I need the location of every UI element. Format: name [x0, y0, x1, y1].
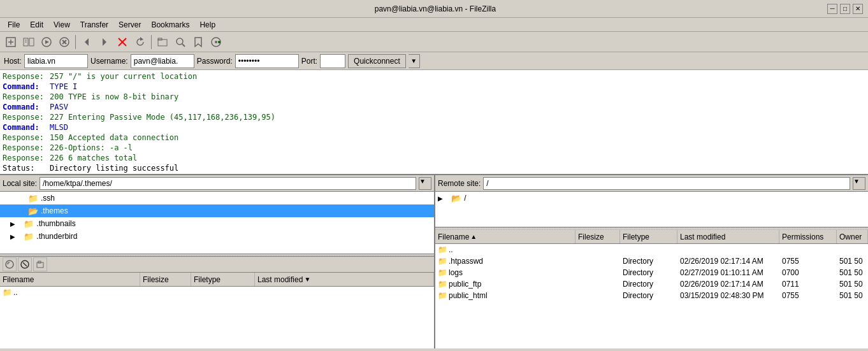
- toolbar-cancel[interactable]: [114, 34, 131, 50]
- tree-expand-arrow[interactable]: ▶: [10, 233, 19, 240]
- log-text: 200 TYPE is now 8-bit binary: [50, 92, 178, 102]
- svg-rect-4: [29, 38, 34, 46]
- password-input[interactable]: [235, 54, 299, 68]
- remote-table-header: Filename ▲ Filesize Filetype Last modifi…: [435, 230, 868, 244]
- toolbar-refresh[interactable]: [132, 34, 148, 50]
- menu-file[interactable]: File: [3, 19, 25, 31]
- quickconnect-dropdown[interactable]: ▼: [409, 54, 420, 68]
- local-file-tree[interactable]: 📁 .ssh 📂 .themes ▶ 📁 .thumbnails ▶ 📁 .th…: [0, 192, 434, 254]
- remote-col-filesize[interactable]: Filesize: [575, 230, 620, 243]
- folder-icon: 📁: [24, 219, 34, 229]
- menu-edit[interactable]: Edit: [25, 19, 48, 31]
- host-input[interactable]: [24, 54, 88, 68]
- file-row[interactable]: 📁 ..: [0, 287, 434, 298]
- svg-line-20: [182, 44, 185, 47]
- remote-row[interactable]: 📁 public_ftp Directory 02/26/2019 02:17:…: [435, 278, 868, 290]
- remote-row[interactable]: 📁 logs Directory 02/27/2019 01:10:11 AM …: [435, 267, 868, 278]
- menu-transfer[interactable]: Transfer: [75, 19, 113, 31]
- remote-col-owner[interactable]: Owner: [837, 230, 868, 243]
- permissions: 0711: [779, 280, 837, 289]
- remote-col-lastmodified[interactable]: Last modified: [677, 230, 779, 243]
- remote-row[interactable]: 📁 public_html Directory 03/15/2019 02:48…: [435, 290, 868, 301]
- remote-file-tree[interactable]: ▶ 📂 /: [435, 192, 868, 227]
- menu-server[interactable]: Server: [113, 19, 146, 31]
- tree-item-root[interactable]: ▶ 📂 /: [435, 192, 868, 204]
- toolbar-connect[interactable]: [38, 34, 55, 50]
- tree-item-label: .themes: [41, 206, 68, 215]
- tree-indent: [19, 232, 24, 241]
- log-label: Response:: [3, 143, 47, 153]
- lastmodified: 02/26/2019 02:17:14 AM: [677, 280, 779, 289]
- local-file-list-header: Filename Filesize Filetype Last modified…: [0, 273, 434, 287]
- tree-item-ssh[interactable]: 📁 .ssh: [0, 192, 434, 204]
- remote-row[interactable]: 📁 .htpasswd Directory 02/26/2019 02:17:1…: [435, 255, 868, 267]
- remote-col-permissions[interactable]: Permissions: [779, 230, 837, 243]
- local-toolbar-btn2[interactable]: [18, 257, 32, 271]
- port-label: Port:: [301, 57, 317, 66]
- toolbar-new-site[interactable]: [3, 34, 19, 50]
- minimize-button[interactable]: ─: [827, 4, 837, 14]
- remote-col-filetype[interactable]: Filetype: [620, 230, 677, 243]
- window-controls: ─ □ ✕: [827, 4, 863, 14]
- folder-icon: 📁: [28, 194, 38, 203]
- local-path-dropdown[interactable]: ▼: [419, 177, 431, 190]
- col-filesize[interactable]: Filesize: [140, 273, 191, 286]
- toolbar-forward[interactable]: [96, 34, 113, 50]
- maximize-button[interactable]: □: [840, 4, 850, 14]
- quickconnect-button[interactable]: Quickconnect: [348, 54, 406, 68]
- permissions: 0755: [779, 257, 837, 266]
- log-line: Response: 226 6 matches total: [3, 153, 865, 163]
- local-path-input[interactable]: [40, 177, 416, 190]
- filename: ..: [13, 288, 18, 297]
- main-pane: Local site: ▼ 📁 .ssh 📂 .themes ▶ 📁 .thum…: [0, 175, 868, 348]
- log-area: Response: 257 "/" is your current locati…: [0, 70, 868, 175]
- tree-item-themes[interactable]: 📂 .themes: [0, 204, 434, 217]
- filetype: Directory: [620, 280, 677, 289]
- log-text: 226 6 matches total: [50, 153, 137, 163]
- tree-item-label: /: [464, 194, 466, 203]
- toolbar-back[interactable]: [78, 34, 95, 50]
- tree-item-thunderbird[interactable]: ▶ 📁 .thunderbird: [0, 230, 434, 243]
- toolbar-history[interactable]: [208, 34, 224, 50]
- remote-file-table[interactable]: Filename ▲ Filesize Filetype Last modifi…: [435, 230, 868, 348]
- window-title: pavn@liabia.vn@liabia.vn - FileZilla: [43, 4, 827, 13]
- remote-path-input[interactable]: [483, 177, 850, 190]
- menu-bookmarks[interactable]: Bookmarks: [146, 19, 194, 31]
- filename-sort-icon: ▲: [470, 233, 477, 240]
- col-filename[interactable]: Filename: [0, 273, 140, 286]
- tree-item-label: .ssh: [41, 194, 55, 203]
- remote-row[interactable]: 📁 ..: [435, 244, 868, 255]
- toolbar-search[interactable]: [172, 34, 189, 50]
- menu-help[interactable]: Help: [194, 19, 221, 31]
- log-label: Command:: [3, 102, 47, 112]
- toolbar-bookmarks[interactable]: [190, 34, 206, 50]
- tree-arrow: [19, 195, 28, 202]
- toolbar-disconnect[interactable]: [56, 34, 73, 50]
- host-label: Host:: [4, 57, 22, 66]
- local-file-list[interactable]: 📁 ..: [0, 287, 434, 348]
- close-button[interactable]: ✕: [853, 4, 863, 14]
- tree-expand-arrow[interactable]: ▶: [438, 195, 447, 202]
- svg-point-25: [6, 261, 13, 268]
- owner: 501 50: [837, 268, 865, 277]
- col-lastmodified[interactable]: Last modified ▼: [255, 273, 434, 286]
- toolbar-open-site-manager[interactable]: [20, 34, 37, 50]
- tree-item-thumbnails[interactable]: ▶ 📁 .thumbnails: [0, 217, 434, 230]
- log-label: Command:: [3, 82, 47, 92]
- local-toolbar-btn1[interactable]: [3, 257, 17, 271]
- remote-col-filename[interactable]: Filename ▲: [435, 230, 575, 243]
- remote-path-dropdown[interactable]: ▼: [853, 177, 865, 190]
- filetype: Directory: [620, 257, 677, 266]
- log-text: 227 Entering Passive Mode (45,117,168,23…: [50, 112, 275, 122]
- tree-expand-arrow[interactable]: ▶: [10, 220, 19, 227]
- svg-marker-8: [45, 40, 49, 44]
- menu-view[interactable]: View: [48, 19, 75, 31]
- folder-icon: 📁: [438, 291, 447, 300]
- port-input[interactable]: [320, 54, 345, 68]
- col-filetype[interactable]: Filetype: [191, 273, 255, 286]
- toolbar-file-manager[interactable]: [154, 34, 171, 50]
- svg-marker-21: [195, 38, 201, 47]
- lastmodified: 02/26/2019 02:17:14 AM: [677, 257, 779, 266]
- local-toolbar-btn3[interactable]: [33, 257, 47, 271]
- username-input[interactable]: [131, 54, 194, 68]
